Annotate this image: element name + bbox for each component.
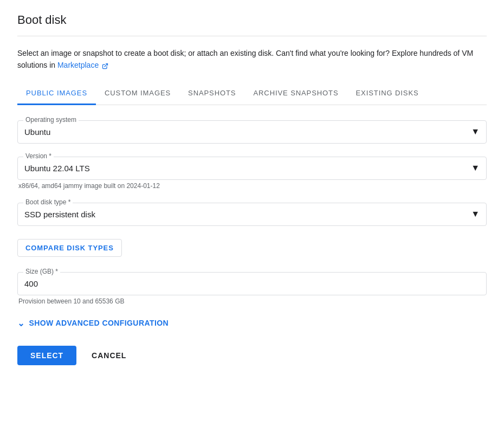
external-link-icon	[102, 63, 108, 69]
cancel-button[interactable]: CANCEL	[89, 346, 128, 365]
size-hint: Provision between 10 and 65536 GB	[17, 297, 487, 305]
tab-custom-images[interactable]: CUSTOM IMAGES	[96, 82, 179, 105]
operating-system-select[interactable]: Ubuntu Debian CentOS Rocky Linux SUSE Li…	[24, 125, 480, 139]
compare-disk-types-button[interactable]: COMPARE DISK TYPES	[17, 239, 122, 257]
tab-snapshots[interactable]: SNAPSHOTS	[179, 82, 244, 105]
action-buttons: SELECT CANCEL	[17, 346, 487, 365]
size-label: Size (GB) *	[23, 268, 60, 275]
select-button[interactable]: SELECT	[17, 346, 76, 365]
operating-system-field: Operating system Ubuntu Debian CentOS Ro…	[17, 120, 487, 144]
title-divider	[17, 36, 487, 36]
version-select[interactable]: Ubuntu 22.04 LTS Ubuntu 20.04 LTS Ubuntu…	[24, 161, 480, 175]
size-input[interactable]	[24, 277, 480, 290]
chevron-down-icon: ⌄	[17, 318, 24, 328]
size-group: Size (GB) * Provision between 10 and 655…	[17, 272, 487, 305]
boot-disk-type-field: Boot disk type * SSD persistent disk Bal…	[17, 203, 487, 226]
size-field: Size (GB) *	[17, 272, 487, 295]
operating-system-group: Operating system Ubuntu Debian CentOS Ro…	[17, 120, 487, 144]
dialog-description: Select an image or snapshot to create a …	[17, 47, 487, 72]
tab-existing-disks[interactable]: EXISTING DISKS	[347, 82, 428, 105]
version-hint: x86/64, amd64 jammy image built on 2024-…	[17, 182, 487, 190]
show-advanced-toggle[interactable]: ⌄ SHOW ADVANCED CONFIGURATION	[17, 318, 487, 328]
marketplace-link[interactable]: Marketplace	[57, 61, 108, 69]
boot-disk-type-select[interactable]: SSD persistent disk Balanced persistent …	[24, 208, 480, 221]
boot-disk-dialog: Boot disk Select an image or snapshot to…	[0, 0, 504, 383]
svg-line-0	[105, 63, 108, 67]
boot-disk-type-group: Boot disk type * SSD persistent disk Bal…	[17, 203, 487, 226]
tabs-container: PUBLIC IMAGES CUSTOM IMAGES SNAPSHOTS AR…	[17, 82, 487, 105]
boot-disk-type-label: Boot disk type *	[23, 198, 73, 206]
version-group: Version * Ubuntu 22.04 LTS Ubuntu 20.04 …	[17, 157, 487, 190]
version-label: Version *	[23, 152, 54, 160]
show-advanced-label: SHOW ADVANCED CONFIGURATION	[29, 319, 169, 327]
tab-archive-snapshots[interactable]: ARCHIVE SNAPSHOTS	[244, 82, 347, 105]
dialog-title: Boot disk	[17, 13, 487, 27]
operating-system-label: Operating system	[23, 116, 79, 124]
version-field: Version * Ubuntu 22.04 LTS Ubuntu 20.04 …	[17, 157, 487, 180]
tab-public-images[interactable]: PUBLIC IMAGES	[17, 82, 96, 105]
